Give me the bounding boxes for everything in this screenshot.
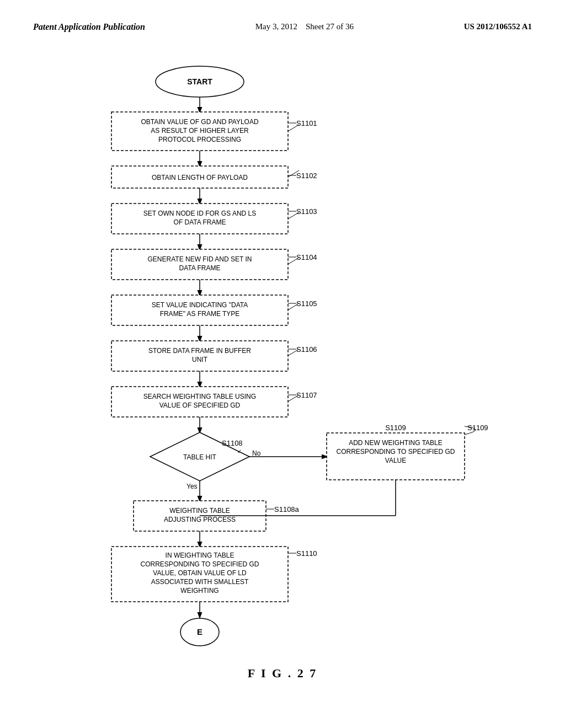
s1104-line1: GENERATE NEW FID AND SET IN: [148, 255, 252, 263]
header-sheet: Sheet 27 of 36: [306, 22, 354, 31]
diagram-container: START OBTAIN VALUE OF GD AND PAYLOAD AS …: [0, 43, 565, 697]
s1103-line1: SET OWN NODE ID FOR GS AND LS: [143, 210, 256, 217]
header-patent-number: US 2012/106552 A1: [464, 22, 532, 31]
s1107-ref: S1107: [296, 391, 317, 399]
s1101-ref: S1101: [296, 119, 317, 127]
s1102-ref: S1102: [296, 172, 317, 180]
s1102-label: OBTAIN LENGTH OF PAYLOAD: [152, 174, 248, 181]
s1110-line3: VALUE, OBTAIN VALUE OF LD: [153, 569, 247, 577]
s1101-line3: PROTOCOL PROCESSING: [158, 136, 241, 143]
s1110-line2: CORRESPONDING TO SPECIFIED GD: [141, 560, 259, 568]
s1104-ref: S1104: [296, 253, 317, 261]
s1110-ref: S1110: [296, 549, 317, 558]
s1108-ref: S1108: [222, 439, 243, 447]
s1101-line1: OBTAIN VALUE OF GD AND PAYLOAD: [141, 118, 258, 126]
s1109-line2: CORRESPONDING TO SPECIFIED GD: [337, 448, 455, 456]
s1108a-line1: WEIGHTING TABLE: [169, 507, 230, 515]
s1108-label: TABLE HIT: [183, 453, 216, 461]
figure-label: F I G . 2 7: [248, 666, 317, 681]
s1106-line1: STORE DATA FRAME IN BUFFER: [148, 347, 251, 355]
s1105-line1: SET VALUE INDICATING "DATA: [152, 301, 248, 309]
s1109-ref: S1109: [385, 424, 406, 432]
s1109-line3: VALUE: [385, 457, 406, 464]
s1107-line1: SEARCH WEIGHTING TABLE USING: [143, 393, 256, 400]
svg-line-40: [288, 212, 299, 219]
s1107-line2: VALUE OF SPECIFIED GD: [159, 402, 241, 409]
s1103-line2: OF DATA FRAME: [174, 218, 226, 226]
s1110-line5: WEIGHTING: [180, 587, 218, 595]
start-label: START: [187, 77, 212, 86]
s1110-line4: ASSOCIATED WITH SMALLEST: [151, 578, 249, 586]
no-label: No: [252, 449, 261, 457]
s1105-ref: S1105: [296, 299, 317, 308]
s1106-line2: UNIT: [192, 356, 208, 363]
s1104-line2: DATA FRAME: [179, 264, 221, 272]
yes-label: Yes: [186, 483, 198, 490]
s1108a-line2: ADJUSTING PROCESS: [164, 516, 236, 523]
end-label: E: [197, 627, 202, 636]
s1103-ref: S1103: [296, 207, 317, 216]
flowchart-svg: START OBTAIN VALUE OF GD AND PAYLOAD AS …: [45, 60, 520, 655]
page-header: Patent Application Publication May 3, 20…: [0, 0, 565, 43]
s1109-line1: ADD NEW WEIGHTING TABLE: [349, 439, 443, 447]
s1109-ref-top: S1109: [467, 424, 488, 432]
svg-line-38: [288, 125, 299, 131]
s1101-line2: AS RESULT OF HIGHER LAYER: [151, 127, 249, 135]
header-publication-label: Patent Application Publication: [33, 22, 145, 32]
s1106-ref: S1106: [296, 345, 317, 354]
s1110-line1: IN WEIGHTING TABLE: [166, 552, 234, 559]
s1105-line2: FRAME" AS FRAME TYPE: [160, 310, 240, 318]
header-date: May 3, 2012: [255, 22, 297, 31]
s1108a-ref: S1108a: [274, 505, 300, 513]
svg-text:✓: ✓: [237, 448, 242, 454]
header-date-sheet: May 3, 2012 Sheet 27 of 36: [255, 22, 354, 31]
